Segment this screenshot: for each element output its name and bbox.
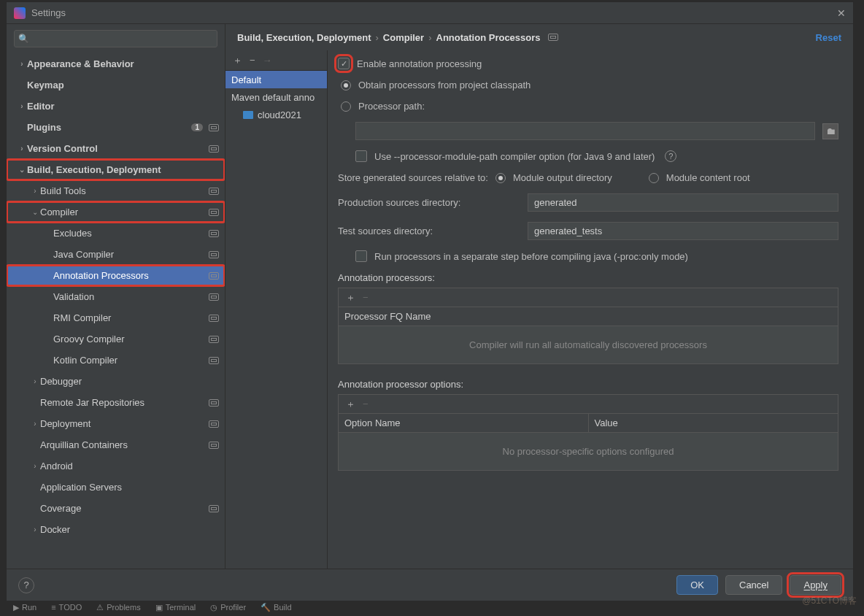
- test-input[interactable]: [528, 222, 838, 240]
- remove-option-icon: −: [363, 399, 369, 409]
- sidebar-item-label: Application Servers: [40, 482, 219, 493]
- tab-problems[interactable]: ⚠ Problems: [96, 603, 140, 612]
- sidebar-item-label: Java Compiler: [53, 249, 206, 260]
- chevron-icon: ⌄: [17, 166, 27, 174]
- search-input[interactable]: [14, 30, 217, 47]
- scope-icon: [209, 124, 219, 131]
- profile-toolbar: ＋ − →: [225, 50, 327, 71]
- sidebar-item-appearance-behavior[interactable]: ›Appearance & Behavior: [7, 53, 225, 74]
- settings-dialog: Settings ✕ 🔍 ›Appearance & BehaviorKeyma…: [6, 1, 854, 601]
- apply-button[interactable]: Apply: [790, 575, 841, 595]
- browse-icon[interactable]: 🖿: [822, 123, 838, 139]
- sidebar-item-application-servers[interactable]: Application Servers: [7, 477, 225, 498]
- scope-icon: [209, 145, 219, 153]
- tab-terminal[interactable]: ▣ Terminal: [155, 603, 196, 612]
- dialog-footer: ? OK Cancel Apply: [7, 569, 853, 601]
- sidebar-item-annotation-processors[interactable]: Annotation Processors: [7, 265, 225, 286]
- search-container: 🔍: [14, 30, 217, 47]
- sidebar-item-label: Remote Jar Repositories: [40, 397, 206, 408]
- prod-row: Production sources directory:: [338, 193, 838, 212]
- sidebar-item-java-compiler[interactable]: Java Compiler: [7, 244, 225, 265]
- close-icon[interactable]: ✕: [837, 7, 846, 19]
- sidebar-item-build-tools[interactable]: ›Build Tools: [7, 180, 225, 201]
- scope-icon: [209, 230, 219, 237]
- sidebar-item-compiler[interactable]: ⌄Compiler: [7, 201, 225, 223]
- ppath-label: Processor path:: [358, 101, 425, 112]
- opts-header: Option Name Value: [339, 414, 838, 433]
- sidebar-item-debugger[interactable]: ›Debugger: [7, 371, 225, 392]
- crumb-root[interactable]: Build, Execution, Deployment: [237, 32, 371, 43]
- sidebar-item-docker[interactable]: ›Docker: [7, 519, 225, 540]
- sidebar-item-plugins[interactable]: Plugins1: [7, 117, 225, 138]
- help-icon[interactable]: ?: [665, 150, 676, 162]
- sidebar-item-label: Groovy Compiler: [53, 334, 206, 344]
- ppath-input[interactable]: [355, 122, 815, 140]
- sidebar-item-android[interactable]: ›Android: [7, 455, 225, 477]
- sidebar-item-validation[interactable]: Validation: [7, 286, 225, 307]
- scope-icon: [209, 272, 219, 280]
- sidebar-item-kotlin-compiler[interactable]: Kotlin Compiler: [7, 350, 225, 371]
- chevron-icon: ›: [17, 145, 27, 153]
- remove-profile-icon[interactable]: −: [250, 55, 255, 66]
- reset-link[interactable]: Reset: [816, 32, 841, 43]
- sidebar-item-excludes[interactable]: Excludes: [7, 223, 225, 244]
- main-panel: Build, Execution, Deployment › Compiler …: [225, 24, 853, 569]
- enable-checkbox[interactable]: [338, 58, 350, 69]
- tab-todo[interactable]: ≡ TODO: [51, 603, 82, 612]
- sidebar-item-deployment[interactable]: ›Deployment: [7, 413, 225, 434]
- profile-list: Default Maven default anno cloud2021: [225, 71, 327, 569]
- procs-label: Annotation processors:: [338, 272, 838, 283]
- remove-processor-icon: −: [363, 292, 369, 303]
- help-button[interactable]: ?: [18, 577, 34, 593]
- profile-maven[interactable]: Maven default anno: [225, 88, 327, 106]
- sidebar-item-build-execution-deployment[interactable]: ⌄Build, Execution, Deployment: [7, 159, 225, 180]
- sidebar-item-groovy-compiler[interactable]: Groovy Compiler: [7, 328, 225, 350]
- move-profile-icon: →: [263, 55, 272, 66]
- add-option-icon[interactable]: ＋: [346, 398, 355, 411]
- tab-run[interactable]: ▶ Run: [13, 603, 36, 612]
- add-profile-icon[interactable]: ＋: [233, 54, 242, 67]
- scope-icon: [209, 357, 219, 364]
- separate-label: Run processors in a separate step before…: [374, 251, 688, 262]
- chevron-right-icon: ›: [428, 32, 431, 43]
- chevron-icon: ›: [30, 420, 40, 428]
- sidebar-item-label: Version Control: [27, 143, 206, 154]
- sidebar-item-arquillian-containers[interactable]: Arquillian Containers: [7, 434, 225, 455]
- store-content-radio[interactable]: [649, 173, 659, 183]
- sidebar-item-version-control[interactable]: ›Version Control: [7, 138, 225, 159]
- profile-module[interactable]: cloud2021: [225, 106, 327, 123]
- opts-toolbar: ＋ −: [338, 394, 838, 413]
- enable-label: Enable annotation processing: [357, 58, 482, 69]
- sidebar-item-label: Build Tools: [40, 185, 206, 196]
- scope-icon: [209, 209, 219, 216]
- scope-icon: [209, 293, 219, 301]
- profile-default[interactable]: Default: [225, 71, 327, 88]
- store-output-radio[interactable]: [495, 173, 506, 183]
- sidebar-item-keymap[interactable]: Keymap: [7, 74, 225, 96]
- profile-panel: ＋ − → Default Maven default anno cloud20…: [225, 50, 328, 569]
- sidebar-item-editor[interactable]: ›Editor: [7, 96, 225, 117]
- scope-icon: [209, 315, 219, 322]
- crumb-mid[interactable]: Compiler: [383, 32, 424, 43]
- sidebar-item-label: Validation: [53, 291, 206, 302]
- modpath-checkbox[interactable]: [355, 150, 367, 162]
- ok-button[interactable]: OK: [676, 575, 718, 595]
- obtain-radio[interactable]: [341, 80, 351, 91]
- obtain-row: Obtain processors from project classpath: [341, 80, 838, 91]
- obtain-label: Obtain processors from project classpath: [358, 80, 531, 91]
- sidebar-item-label: Annotation Processors: [53, 270, 206, 281]
- scope-icon: [209, 420, 219, 428]
- sidebar-item-rmi-compiler[interactable]: RMI Compiler: [7, 307, 225, 328]
- tab-profiler[interactable]: ◷ Profiler: [210, 603, 246, 612]
- sidebar-item-label: Keymap: [27, 80, 219, 91]
- sidebar-item-remote-jar-repositories[interactable]: Remote Jar Repositories: [7, 392, 225, 413]
- sidebar-item-coverage[interactable]: Coverage: [7, 498, 225, 519]
- add-processor-icon[interactable]: ＋: [346, 291, 355, 304]
- separate-checkbox[interactable]: [355, 250, 367, 262]
- tab-build[interactable]: 🔨 Build: [261, 603, 291, 612]
- sidebar-item-label: Arquillian Containers: [40, 439, 206, 450]
- ppath-radio[interactable]: [341, 101, 351, 112]
- prod-input[interactable]: [528, 193, 838, 212]
- cancel-button[interactable]: Cancel: [725, 575, 782, 595]
- scope-icon: [209, 188, 219, 195]
